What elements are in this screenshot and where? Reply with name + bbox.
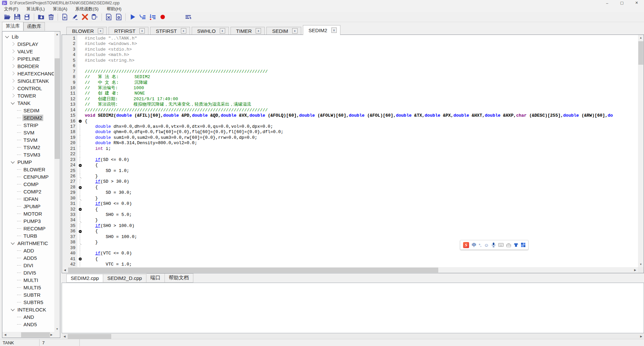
tree-item-STRIP[interactable]: STRIP <box>2 121 54 129</box>
bottom-tab-SEDIM2_D.cpp[interactable]: SEDIM2_D.cpp <box>103 274 146 283</box>
collapse-icon[interactable] <box>79 257 82 261</box>
run-icon[interactable] <box>127 13 137 21</box>
tab-close-icon[interactable]: x <box>220 28 225 34</box>
scroll-left-icon[interactable]: ◀ <box>62 267 68 273</box>
grid-icon[interactable] <box>521 243 525 247</box>
bottom-hscroll-thumb[interactable] <box>68 334 111 339</box>
exit-icon[interactable] <box>183 13 193 21</box>
maximize-button[interactable]: ▢ <box>615 0 629 6</box>
file-config-icon[interactable] <box>114 13 124 21</box>
tree-item-MULTI5[interactable]: MULTI5 <box>2 284 54 291</box>
editor-tab-TIMER[interactable]: TIMERx <box>231 27 265 35</box>
menu-item-3[interactable]: 系统函数(S) <box>71 6 103 12</box>
voice-icon[interactable] <box>492 242 496 247</box>
fold-marker[interactable] <box>75 163 85 168</box>
remove-red-icon[interactable] <box>80 13 90 21</box>
tree-item-INTERLOCK[interactable]: INTERLOCK <box>2 306 54 313</box>
tree-item-SUBTR5[interactable]: SUBTR5 <box>2 298 54 306</box>
tree-item-SEDIM2[interactable]: SEDIM2 <box>2 114 54 121</box>
save-all-icon[interactable] <box>22 13 32 21</box>
sidebar-tab-函数库[interactable]: 函数库 <box>23 22 45 31</box>
tree-item-PUMP3[interactable]: PUMP3 <box>2 217 54 225</box>
chevron-down-icon[interactable] <box>11 160 14 163</box>
scroll-right-icon[interactable]: ▶ <box>632 267 638 273</box>
chevron-down-icon[interactable] <box>11 241 14 244</box>
open-folder-icon[interactable] <box>2 13 12 21</box>
step-into-icon[interactable] <box>137 13 147 21</box>
tree-item-MULTI[interactable]: MULTI <box>2 276 54 284</box>
sogou-logo-icon[interactable]: S <box>463 242 469 248</box>
fold-marker[interactable] <box>75 207 85 212</box>
tree-item-SVM[interactable]: SVM <box>2 129 54 136</box>
tree-item-MOTOR[interactable]: MOTOR <box>2 210 54 217</box>
editor-tab-RTFIRST[interactable]: RTFIRSTx <box>109 27 148 35</box>
collapse-icon[interactable] <box>79 164 82 167</box>
minimize-button[interactable]: – <box>600 0 615 6</box>
bottom-tab-SEDIM2.cpp[interactable]: SEDIM2.cpp <box>66 274 103 283</box>
tree-item-RECOMP[interactable]: RECOMP <box>2 225 54 232</box>
tree-item-SEDIM[interactable]: SEDIM <box>2 107 54 114</box>
tree-item-TANK[interactable]: TANK <box>2 99 54 107</box>
edit-icon[interactable] <box>70 13 80 21</box>
chevron-right-icon[interactable] <box>11 79 14 82</box>
tree-item-TSVM[interactable]: TSVM <box>2 136 54 143</box>
tree-item-TSVM3[interactable]: TSVM3 <box>2 151 54 158</box>
scroll-left-icon[interactable]: ◀ <box>2 332 8 338</box>
editor-tab-BLOWER[interactable]: BLOWERx <box>66 27 107 35</box>
chevron-right-icon[interactable] <box>11 57 14 60</box>
close-button[interactable]: ✕ <box>629 0 644 6</box>
tree-item-PUMP[interactable]: PUMP <box>2 158 54 166</box>
tree-item-JPUMP[interactable]: JPUMP <box>2 203 54 210</box>
save-icon[interactable] <box>12 13 22 21</box>
chevron-down-icon[interactable] <box>5 34 9 38</box>
sidebar-tab-算法库[interactable]: 算法库 <box>2 22 23 31</box>
tree-hscroll-thumb[interactable] <box>21 332 50 337</box>
scroll-up-icon[interactable]: ▲ <box>54 32 60 37</box>
tree-item-TURB[interactable]: TURB <box>2 232 54 239</box>
tree-item-HEATEXCHANGER[interactable]: HEATEXCHANGER <box>2 70 54 77</box>
collapse-icon[interactable] <box>79 120 82 123</box>
bottom-tab-端口[interactable]: 端口 <box>146 273 165 283</box>
collapse-icon[interactable] <box>79 230 82 233</box>
scroll-right-icon[interactable]: ▶ <box>638 334 644 339</box>
new-file-icon[interactable] <box>60 13 70 21</box>
tree-item-CONTROL[interactable]: CONTROL <box>2 84 54 92</box>
editor-horizontal-scrollbar[interactable]: ◀ ▶ <box>62 267 638 273</box>
tree-item-DISPLAY[interactable]: DISPLAY <box>2 40 54 48</box>
tree-item-TOWER[interactable]: TOWER <box>2 92 54 99</box>
punctuation-icon[interactable]: °, <box>479 243 481 247</box>
scroll-down-icon[interactable]: ▼ <box>638 262 644 267</box>
chevron-right-icon[interactable] <box>11 42 14 46</box>
ime-toolbar[interactable]: S 中 °, ☺ <box>460 240 528 250</box>
tab-close-icon[interactable]: x <box>292 28 298 34</box>
tree-item-ADD[interactable]: ADD <box>2 247 54 254</box>
keyboard-icon[interactable] <box>498 243 504 247</box>
fold-marker[interactable] <box>75 256 85 262</box>
menu-item-0[interactable]: 文件(F) <box>0 6 22 12</box>
tab-close-icon[interactable]: x <box>256 28 261 34</box>
fold-marker[interactable] <box>75 119 85 124</box>
tree-item-COMP[interactable]: COMP <box>2 180 54 188</box>
tree-item-SUBTR[interactable]: SUBTR <box>2 291 54 298</box>
record-icon[interactable] <box>157 13 168 21</box>
collapse-icon[interactable] <box>79 208 82 211</box>
toolbox-icon[interactable] <box>506 243 511 247</box>
chinese-mode-icon[interactable]: 中 <box>472 242 476 248</box>
tab-close-icon[interactable]: x <box>98 28 103 34</box>
tree-item-BLOWER[interactable]: BLOWER <box>2 166 54 173</box>
chevron-right-icon[interactable] <box>11 71 14 75</box>
tree-item-DIVI5[interactable]: DIVI5 <box>2 269 54 276</box>
tree-item-CENPUMP[interactable]: CENPUMP <box>2 173 54 180</box>
tree-horizontal-scrollbar[interactable]: ◀ ▶ <box>2 332 54 338</box>
editor-tab-SWHLO[interactable]: SWHLOx <box>192 27 229 35</box>
menu-item-2[interactable]: 算法(A) <box>49 6 71 12</box>
fold-marker[interactable] <box>75 185 85 190</box>
tree-item-AND[interactable]: AND <box>2 313 54 321</box>
tree-item-BORDER[interactable]: BORDER <box>2 62 54 70</box>
tree-item-AND5[interactable]: AND5 <box>2 321 54 328</box>
tab-close-icon[interactable]: x <box>331 27 337 33</box>
editor-tab-STFIRST[interactable]: STFIRSTx <box>150 27 190 35</box>
skin-icon[interactable] <box>514 243 518 247</box>
tree-item-IDFAN[interactable]: IDFAN <box>2 195 54 203</box>
editor-hscroll-thumb[interactable] <box>68 268 438 273</box>
